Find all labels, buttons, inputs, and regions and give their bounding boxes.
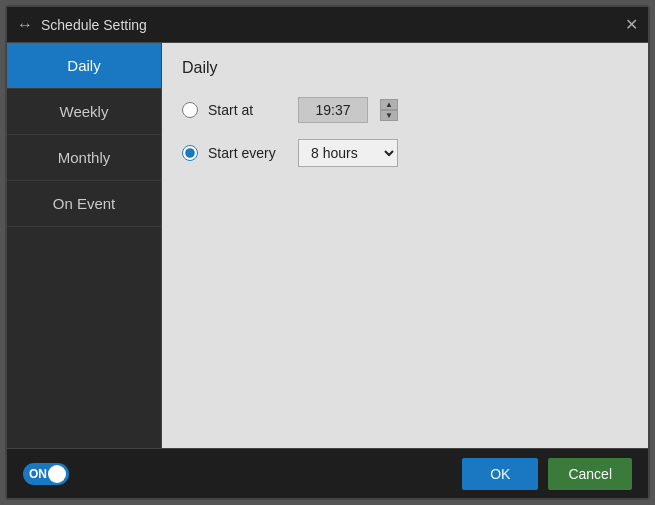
panel-title: Daily — [182, 59, 628, 77]
dialog-title: Schedule Setting — [41, 17, 625, 33]
sidebar-item-weekly[interactable]: Weekly — [7, 89, 161, 135]
dialog-icon: ↔ — [17, 16, 33, 34]
hours-select[interactable]: 1 hours 2 hours 4 hours 8 hours 12 hours… — [298, 139, 398, 167]
start-at-row: Start at ▲ ▼ — [182, 97, 628, 123]
sidebar-item-daily[interactable]: Daily — [7, 43, 161, 89]
time-down-button[interactable]: ▼ — [380, 110, 398, 121]
close-button[interactable]: ✕ — [625, 17, 638, 33]
start-at-radio[interactable] — [182, 102, 198, 118]
main-panel: Daily Start at ▲ ▼ Start every 1 hours 2… — [162, 43, 648, 448]
ok-button[interactable]: OK — [462, 458, 538, 490]
toggle-label: ON — [29, 467, 47, 481]
cancel-button[interactable]: Cancel — [548, 458, 632, 490]
start-every-radio[interactable] — [182, 145, 198, 161]
toggle-thumb — [48, 465, 66, 483]
time-input[interactable] — [298, 97, 368, 123]
action-buttons: OK Cancel — [462, 458, 632, 490]
start-at-label: Start at — [208, 102, 288, 118]
sidebar-item-monthly[interactable]: Monthly — [7, 135, 161, 181]
on-off-toggle[interactable]: ON — [23, 463, 69, 485]
title-bar: ↔ Schedule Setting ✕ — [7, 7, 648, 43]
content-area: Daily Weekly Monthly On Event Daily Star… — [7, 43, 648, 448]
time-spinner: ▲ ▼ — [380, 99, 398, 121]
sidebar-item-on-event[interactable]: On Event — [7, 181, 161, 227]
start-every-row: Start every 1 hours 2 hours 4 hours 8 ho… — [182, 139, 628, 167]
bottom-bar: ON OK Cancel — [7, 448, 648, 498]
start-every-label: Start every — [208, 145, 288, 161]
time-up-button[interactable]: ▲ — [380, 99, 398, 110]
schedule-dialog: ↔ Schedule Setting ✕ Daily Weekly Monthl… — [5, 5, 650, 500]
sidebar: Daily Weekly Monthly On Event — [7, 43, 162, 448]
toggle-container[interactable]: ON — [23, 463, 69, 485]
